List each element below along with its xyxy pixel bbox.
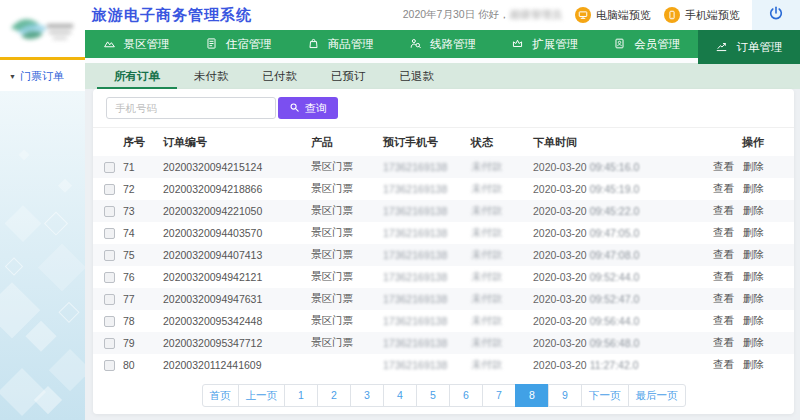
header-checkbox-col [93,128,123,156]
nav-item-hotel[interactable]: 住宿管理 [187,30,289,58]
cell-order-no: 20200320094221050 [163,200,311,222]
nav-item-goods[interactable]: 商品管理 [289,30,391,58]
sidebar-item-ticket-orders[interactable]: ▼ 门票订单 [0,60,85,92]
page-first-button[interactable]: 首页 [202,384,239,407]
col-order-no: 订单编号 [163,128,311,156]
member-badge-icon [613,37,626,52]
cell-product: 景区门票 [311,200,383,222]
row-checkbox[interactable] [104,272,115,283]
cell-phone: 17362169138 [383,310,471,332]
cell-operations: 查看删除 [701,288,794,310]
delete-link[interactable]: 删除 [743,336,764,348]
page-button-1[interactable]: 1 [284,384,318,407]
page-button-9[interactable]: 9 [548,384,582,407]
cell-checkbox [93,266,123,288]
delete-link[interactable]: 删除 [743,314,764,326]
cell-order-time: 2020-03-20 11:27:42.0 [533,354,701,376]
row-checkbox[interactable] [104,184,115,195]
page-button-3[interactable]: 3 [350,384,384,407]
nav-item-route[interactable]: 线路管理 [391,30,493,58]
cell-order-no: 20200320112441609 [163,354,311,376]
user-name: 超级管理员 [510,8,563,20]
view-link[interactable]: 查看 [713,182,734,194]
top-header: 旅游电子商务管理系统 2020年7月30日 你好，超级管理员 电脑端预览 手机端… [0,0,800,30]
row-checkbox[interactable] [104,250,115,261]
content-card-wrap: 查询 序号 订单编号 产品 预订手机号 [85,89,800,420]
row-checkbox[interactable] [104,338,115,349]
mobile-preview-button[interactable]: 手机端预览 [664,7,740,23]
delete-link[interactable]: 删除 [743,248,764,260]
cell-order-no: 20200320094407413 [163,244,311,266]
delete-link[interactable]: 删除 [743,160,764,172]
phone-search-input[interactable] [106,97,276,119]
view-link[interactable]: 查看 [713,336,734,348]
delete-link[interactable]: 删除 [743,358,764,370]
tab-reserved[interactable]: 已预订 [314,63,383,89]
logout-button[interactable] [752,0,800,30]
cell-seq: 73 [123,200,163,222]
cell-seq: 78 [123,310,163,332]
view-link[interactable]: 查看 [713,314,734,326]
search-button[interactable]: 查询 [278,97,338,119]
cell-order-time: 2020-03-20 09:56:44.0 [533,310,701,332]
row-checkbox[interactable] [104,228,115,239]
tab-all-orders[interactable]: 所有订单 [97,63,177,89]
row-checkbox[interactable] [104,360,115,371]
page-button-7[interactable]: 7 [482,384,516,407]
view-link[interactable]: 查看 [713,226,734,238]
page-last-button[interactable]: 最后一页 [628,384,686,407]
page-button-4[interactable]: 4 [383,384,417,407]
cell-operations: 查看删除 [701,332,794,354]
row-checkbox[interactable] [104,294,115,305]
nav-item-scenic[interactable]: 景区管理 [85,30,187,58]
table-row: 7820200320095342448景区门票17362169138未付款202… [93,310,794,332]
col-phone: 预订手机号 [383,128,471,156]
cell-status: 未付款 [471,354,533,376]
delete-link[interactable]: 删除 [743,226,764,238]
page-button-8[interactable]: 8 [515,384,549,407]
cell-seq: 76 [123,266,163,288]
cell-status: 未付款 [471,332,533,354]
tab-paid[interactable]: 已付款 [246,63,315,89]
tab-refunded[interactable]: 已退款 [383,63,452,89]
row-checkbox[interactable] [104,162,115,173]
view-link[interactable]: 查看 [713,248,734,260]
view-link[interactable]: 查看 [713,270,734,282]
cell-status: 未付款 [471,310,533,332]
page-button-6[interactable]: 6 [449,384,483,407]
cell-status: 未付款 [471,178,533,200]
nav-item-orders[interactable]: 订单管理 [698,30,800,64]
cell-checkbox [93,200,123,222]
view-link[interactable]: 查看 [713,204,734,216]
app-window: 旅游电子商务管理系统 2020年7月30日 你好，超级管理员 电脑端预览 手机端… [0,0,800,420]
cell-order-no: 20200320094947631 [163,288,311,310]
delete-link[interactable]: 删除 [743,182,764,194]
tab-unpaid[interactable]: 未付款 [177,63,246,89]
view-link[interactable]: 查看 [713,160,734,172]
cell-operations: 查看删除 [701,178,794,200]
table-row: 7220200320094218866景区门票17362169138未付款202… [93,178,794,200]
page-button-5[interactable]: 5 [416,384,450,407]
table-row: 7720200320094947631景区门票17362169138未付款202… [93,288,794,310]
pc-preview-button[interactable]: 电脑端预览 [575,7,651,23]
row-checkbox[interactable] [104,316,115,327]
greeting-text: 2020年7月30日 你好，超级管理员 [403,8,562,22]
page-button-2[interactable]: 2 [317,384,351,407]
nav-item-extension[interactable]: 扩展管理 [494,30,596,58]
delete-link[interactable]: 删除 [743,270,764,282]
cell-product: 景区门票 [311,244,383,266]
goods-icon [307,37,320,52]
page-next-button[interactable]: 下一页 [581,384,629,407]
view-link[interactable]: 查看 [713,358,734,370]
cell-checkbox [93,244,123,266]
cell-checkbox [93,288,123,310]
view-link[interactable]: 查看 [713,292,734,304]
delete-link[interactable]: 删除 [743,292,764,304]
page-prev-button[interactable]: 上一页 [238,384,286,407]
table-row: 7420200320094403570景区门票17362169138未付款202… [93,222,794,244]
delete-link[interactable]: 删除 [743,204,764,216]
nav-item-member[interactable]: 会员管理 [596,30,698,58]
row-checkbox[interactable] [104,206,115,217]
cell-order-time: 2020-03-20 09:56:48.0 [533,332,701,354]
cell-status: 未付款 [471,244,533,266]
